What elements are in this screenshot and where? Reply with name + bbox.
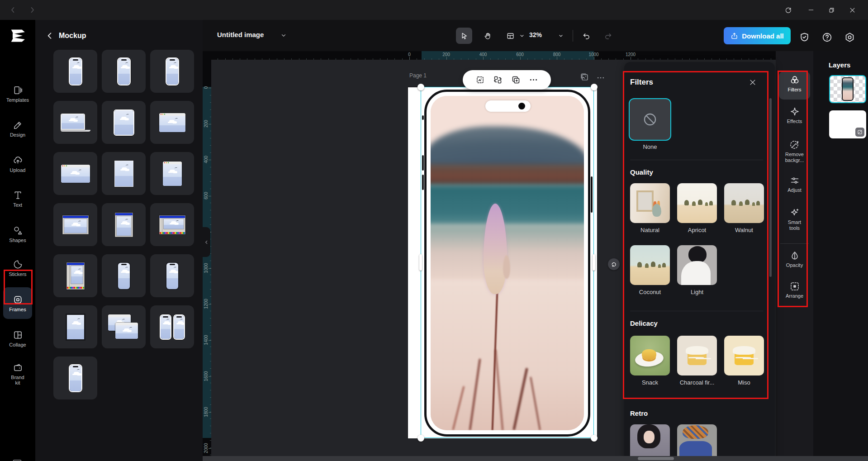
filter-swatch-charcoal[interactable] bbox=[677, 336, 717, 375]
mockup-card-photo[interactable] bbox=[102, 152, 146, 195]
rotate-handle[interactable] bbox=[608, 258, 620, 270]
filter-swatch-apricot[interactable] bbox=[677, 183, 717, 223]
crop-image-icon[interactable] bbox=[475, 75, 485, 85]
hand-tool-button[interactable] bbox=[479, 28, 496, 44]
mockup-card-paint[interactable] bbox=[150, 203, 194, 246]
filter-preview-coconut bbox=[630, 245, 670, 285]
sidebar-item-frames[interactable]: Frames bbox=[3, 287, 32, 319]
sidebar-item-collage[interactable]: Collage bbox=[3, 323, 32, 354]
sidebar-item-templates[interactable]: Templates bbox=[3, 78, 32, 109]
tool-smart-tools[interactable]: Smarttools bbox=[779, 207, 810, 231]
filters-scrollbar[interactable] bbox=[769, 98, 772, 277]
zoom-chevron-down-icon[interactable] bbox=[558, 33, 564, 38]
v-ruler-label: 2000 bbox=[204, 440, 209, 456]
selection-handle-top-right[interactable] bbox=[591, 84, 598, 90]
page-more-options-icon[interactable] bbox=[596, 73, 605, 82]
layer-item-background[interactable] bbox=[829, 110, 866, 138]
zoom-level[interactable]: 32% bbox=[529, 31, 542, 38]
mockup-card-phone[interactable] bbox=[150, 50, 194, 93]
replace-icon[interactable] bbox=[493, 75, 503, 85]
mockup-card-retro-portrait[interactable] bbox=[102, 203, 146, 246]
filter-swatch-walnut[interactable] bbox=[724, 183, 764, 223]
refresh-button[interactable] bbox=[781, 4, 795, 16]
filter-swatch-snack[interactable] bbox=[630, 336, 670, 375]
window-titlebar bbox=[0, 0, 868, 20]
layout-chevron-down-icon[interactable] bbox=[519, 33, 525, 38]
nav-forward-icon[interactable] bbox=[25, 4, 39, 16]
layout-grid-tool-button[interactable] bbox=[502, 28, 518, 44]
horizontal-scrollbar-track[interactable] bbox=[203, 456, 868, 461]
templates-icon bbox=[13, 85, 23, 95]
mockup-card-dualphones[interactable] bbox=[150, 305, 194, 348]
mockup-card-laptop[interactable] bbox=[53, 101, 97, 144]
help-icon[interactable] bbox=[821, 32, 833, 43]
nav-back-icon[interactable] bbox=[6, 4, 20, 16]
sidebar-item-label: Collage bbox=[9, 342, 26, 347]
redo-button[interactable] bbox=[600, 28, 616, 44]
select-tool-button[interactable] bbox=[456, 28, 472, 44]
filter-swatch-coconut[interactable] bbox=[630, 245, 670, 285]
filter-swatch-miso[interactable] bbox=[724, 336, 764, 375]
layer-item-phone[interactable] bbox=[829, 75, 866, 103]
horizontal-scrollbar-thumb[interactable] bbox=[638, 457, 674, 460]
section-divider bbox=[630, 311, 763, 311]
tool-remove-backgr[interactable]: Removebackgr... bbox=[779, 139, 810, 163]
mockup-card-photo-black[interactable] bbox=[53, 305, 97, 348]
mockup-card-paint-portrait[interactable] bbox=[53, 254, 97, 297]
mockup-card-phone[interactable] bbox=[102, 50, 146, 93]
filter-swatch-natural[interactable] bbox=[630, 183, 670, 223]
tool-opacity[interactable]: Opacity bbox=[779, 250, 810, 268]
safety-shield-icon[interactable] bbox=[799, 32, 810, 43]
filter-preview-miso bbox=[724, 336, 764, 375]
mockup-card-cascade[interactable] bbox=[102, 305, 146, 348]
mockup-card-phone[interactable] bbox=[53, 50, 97, 93]
capcut-logo[interactable] bbox=[0, 20, 35, 52]
tool-effects[interactable]: Effects bbox=[779, 106, 810, 124]
duplicate-icon[interactable] bbox=[511, 75, 521, 85]
sidebar-item-design[interactable]: Design bbox=[3, 113, 32, 144]
panel-back-icon[interactable] bbox=[45, 31, 54, 40]
sidebar-item-stickers[interactable]: Stickers bbox=[3, 252, 32, 284]
document-title[interactable]: Untitled image bbox=[217, 31, 264, 38]
sidebar-item-text[interactable]: Text bbox=[3, 183, 32, 214]
tool-arrange[interactable]: Arrange bbox=[779, 281, 810, 299]
download-all-button[interactable]: Download all bbox=[724, 27, 791, 44]
mockup-card-macwin-wide[interactable] bbox=[53, 152, 97, 195]
page-label[interactable]: Page 1 bbox=[409, 72, 427, 79]
mockup-card-retro[interactable] bbox=[53, 203, 97, 246]
mockup-card-tablet[interactable] bbox=[102, 101, 146, 144]
mockup-card-phone[interactable] bbox=[53, 356, 97, 399]
filter-swatch-retro-2[interactable] bbox=[677, 424, 717, 461]
selection-handle-bottom-right[interactable] bbox=[591, 435, 598, 442]
selection-handle-left[interactable] bbox=[419, 254, 422, 271]
more-options-icon[interactable] bbox=[529, 75, 538, 85]
close-button[interactable] bbox=[845, 4, 859, 16]
sidebar-item-brand-kit[interactable]: Brandkit bbox=[3, 355, 32, 393]
left-sidebar: TemplatesDesignUploadTextShapesStickersF… bbox=[0, 20, 35, 461]
filter-swatch-light[interactable] bbox=[677, 245, 717, 285]
panel-collapse-handle[interactable] bbox=[203, 227, 210, 257]
sidebar-item-upload[interactable]: Upload bbox=[3, 148, 32, 180]
sidebar-item-shapes[interactable]: Shapes bbox=[3, 218, 32, 250]
mockup-card-phone-black[interactable] bbox=[150, 254, 194, 297]
filter-swatch-retro-1[interactable] bbox=[630, 424, 670, 461]
mockup-card-macwin[interactable] bbox=[150, 101, 194, 144]
settings-gear-icon[interactable] bbox=[844, 32, 855, 43]
maximize-button[interactable] bbox=[825, 4, 838, 16]
mockup-card-phone-black[interactable] bbox=[102, 254, 146, 297]
filters-close-icon[interactable] bbox=[749, 78, 757, 86]
selection-handle-top-left[interactable] bbox=[417, 84, 424, 90]
document-title-chevron-down-icon[interactable] bbox=[280, 32, 287, 38]
selection-handle-bottom-left[interactable] bbox=[417, 435, 424, 442]
filter-none-swatch[interactable] bbox=[629, 98, 671, 141]
tool-filters[interactable]: Filters bbox=[779, 75, 810, 93]
keyboard-shortcuts-icon[interactable] bbox=[12, 457, 23, 461]
phone-mockup-frame[interactable] bbox=[424, 90, 590, 437]
selection-handle-right[interactable] bbox=[593, 254, 595, 271]
minimize-button[interactable] bbox=[804, 4, 818, 16]
tool-adjust[interactable]: Adjust bbox=[779, 175, 810, 193]
filter-preview-light bbox=[677, 245, 717, 285]
page-thumbnail-icon[interactable] bbox=[579, 72, 589, 82]
undo-button[interactable] bbox=[578, 28, 594, 44]
mockup-card-macwin-portrait[interactable] bbox=[150, 152, 194, 195]
